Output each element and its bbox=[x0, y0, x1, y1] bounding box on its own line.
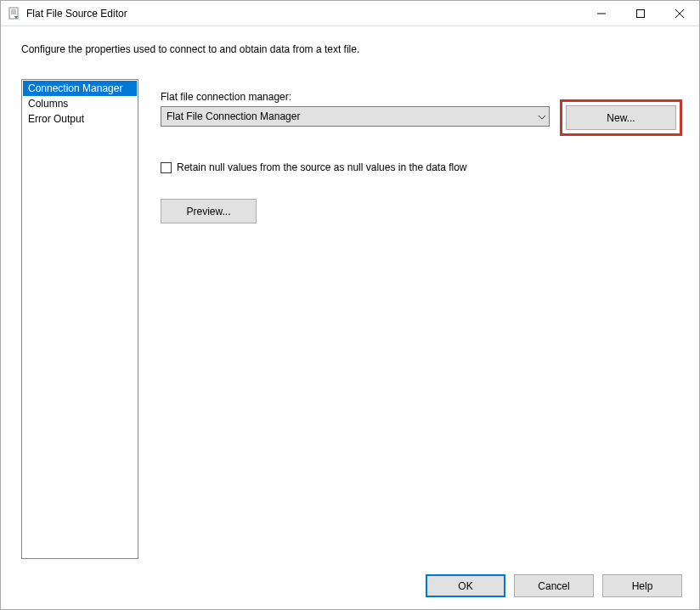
sidebar-item-label: Connection Manager bbox=[28, 82, 122, 94]
main-content: Connection Manager Columns Error Output … bbox=[1, 79, 699, 559]
dropdown-value: Flat File Connection Manager bbox=[167, 110, 300, 122]
help-button[interactable]: Help bbox=[602, 574, 682, 597]
connection-manager-dropdown[interactable]: Flat File Connection Manager bbox=[161, 106, 550, 127]
retain-null-checkbox[interactable] bbox=[161, 162, 172, 173]
minimize-button[interactable] bbox=[582, 1, 621, 25]
sidebar-item-columns[interactable]: Columns bbox=[23, 96, 137, 111]
app-icon bbox=[8, 7, 21, 20]
new-button-highlight: New... bbox=[560, 99, 682, 136]
titlebar: Flat File Source Editor bbox=[1, 1, 699, 26]
ok-button[interactable]: OK bbox=[426, 574, 505, 597]
chevron-down-icon bbox=[539, 110, 545, 122]
cancel-button[interactable]: Cancel bbox=[514, 574, 594, 597]
right-panel: Flat file connection manager: Flat File … bbox=[161, 79, 682, 559]
sidebar-item-label: Columns bbox=[28, 98, 68, 110]
page-sidebar: Connection Manager Columns Error Output bbox=[21, 79, 138, 559]
window-controls bbox=[582, 1, 699, 25]
connection-row: Flat File Connection Manager New... bbox=[161, 106, 682, 136]
retain-null-label[interactable]: Retain null values from the source as nu… bbox=[177, 161, 467, 173]
dialog-window: Flat File Source Editor Configure the pr… bbox=[0, 0, 700, 610]
new-button[interactable]: New... bbox=[566, 105, 676, 130]
sidebar-item-error-output[interactable]: Error Output bbox=[23, 111, 137, 127]
dialog-description: Configure the properties used to connect… bbox=[1, 26, 699, 79]
maximize-button[interactable] bbox=[621, 1, 660, 25]
sidebar-item-label: Error Output bbox=[28, 113, 84, 125]
content-area: Configure the properties used to connect… bbox=[1, 26, 699, 609]
retain-null-row: Retain null values from the source as nu… bbox=[161, 161, 682, 173]
button-bar: OK Cancel Help bbox=[1, 559, 699, 609]
close-button[interactable] bbox=[660, 1, 699, 25]
svg-rect-5 bbox=[637, 9, 645, 17]
window-title: Flat File Source Editor bbox=[26, 8, 582, 20]
preview-button[interactable]: Preview... bbox=[161, 199, 257, 223]
sidebar-item-connection-manager[interactable]: Connection Manager bbox=[23, 81, 137, 96]
